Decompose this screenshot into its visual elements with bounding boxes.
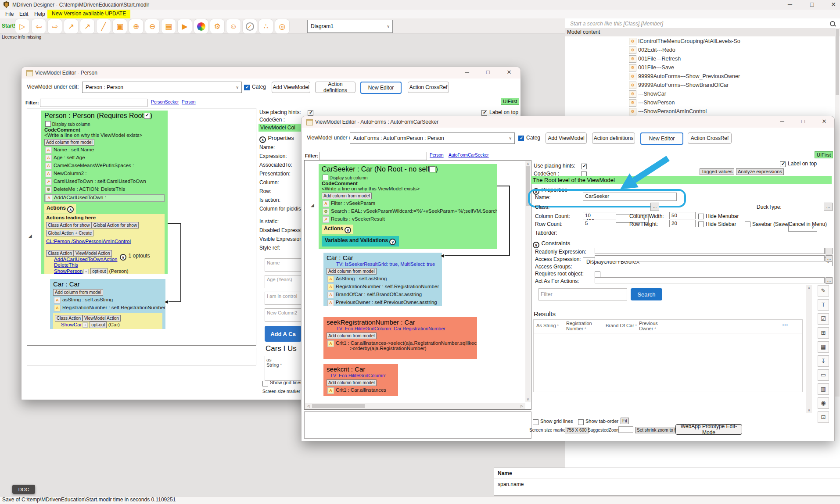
menu-edit[interactable]: Edit bbox=[19, 11, 29, 17]
field-icon[interactable]: ▭ bbox=[818, 369, 829, 381]
screen-size-value[interactable]: 758 X 600 bbox=[565, 427, 589, 433]
app-minimize-button[interactable]: ─ bbox=[783, 1, 797, 8]
form-preview-field[interactable]: New Column2 bbox=[265, 308, 302, 322]
col-brand-of-car[interactable]: Brand Of Car bbox=[606, 323, 637, 328]
model-content-item[interactable]: ⚙ 99999AutoForms---Show_PreviousOwner bbox=[629, 72, 835, 81]
autoformcarseeker-link[interactable]: AutoFormCarSeeker bbox=[449, 153, 489, 157]
column-count-input[interactable]: 10 bbox=[583, 212, 616, 219]
seek-registration-panel[interactable]: seekRegistrationNumber : Car TV: Eco.Hil… bbox=[323, 317, 477, 359]
person-viewmodel-panel[interactable]: Person : Person (Requires Root) Display … bbox=[41, 111, 168, 274]
form-preview-field[interactable]: Name bbox=[265, 258, 302, 272]
rightpanel-vscrollbar[interactable]: ∧∨ bbox=[806, 285, 812, 413]
forward-arrow-icon[interactable]: ⇨ bbox=[47, 19, 62, 34]
menu-file[interactable]: File bbox=[5, 11, 14, 17]
categ-checkbox[interactable] bbox=[518, 134, 524, 142]
class-action-for-show-button[interactable]: Class Action for show bbox=[46, 222, 92, 229]
display-sub-column-checkbox[interactable] bbox=[45, 121, 51, 127]
model-content-item[interactable]: ⚙ ---ShowCar bbox=[629, 89, 835, 98]
checkbox-icon[interactable]: ☑ bbox=[818, 313, 829, 325]
person-link[interactable]: Person bbox=[182, 100, 196, 104]
update-notice[interactable]: New Version available UPDATE bbox=[47, 10, 130, 18]
panel-icon[interactable]: ⊡ bbox=[818, 411, 829, 423]
show-grid-lines-checkbox[interactable] bbox=[262, 379, 268, 387]
validate-icon[interactable]: ✓ bbox=[242, 19, 257, 34]
suggested-zoom-input[interactable] bbox=[618, 426, 633, 433]
ducktype-browse-button[interactable]: … bbox=[824, 203, 833, 211]
class-action-button[interactable]: Class Action bbox=[46, 250, 74, 257]
viewmodel-under-edit-select[interactable]: Person : Person∨ bbox=[82, 82, 242, 93]
viewmodel-column-row[interactable]: ACamelCaseMeansWePutInSpaces : bbox=[44, 163, 165, 169]
viewmodel-column-row[interactable]: AasString : self.asString bbox=[53, 297, 162, 304]
grid-add-icon[interactable]: ⊞ bbox=[818, 327, 829, 339]
action-definitions-button[interactable]: Action definitions bbox=[315, 82, 355, 93]
fit-button[interactable]: Fit bbox=[621, 418, 629, 424]
categ-checkbox[interactable] bbox=[244, 83, 250, 91]
viewmodel-column-row[interactable]: ⚙Search : EAL: vSeekParamWildcard:='%'+v… bbox=[322, 208, 494, 215]
col-previous-owner[interactable]: Previous Owner bbox=[639, 321, 658, 331]
model-content-item[interactable]: ⚙ 99999AutoForms---ShowBrandOfCar bbox=[629, 81, 835, 89]
link-arrow-icon[interactable]: ↗ bbox=[80, 19, 95, 34]
tree-icon[interactable]: ∴ bbox=[258, 19, 273, 34]
window-run-icon[interactable]: ▶ bbox=[177, 19, 192, 34]
viewmodel-column-row[interactable]: AName : self.Name bbox=[44, 147, 165, 154]
add-column-from-model-button[interactable]: Add column from model bbox=[53, 289, 103, 296]
action-crossref-button[interactable]: Action CrossRef bbox=[688, 132, 732, 144]
minimize-button[interactable]: ─ bbox=[460, 69, 474, 75]
diagram-hscrollbar[interactable]: ◁▷ bbox=[305, 403, 525, 409]
target-icon[interactable]: ◉ bbox=[818, 397, 829, 409]
actions-section-header[interactable]: Actions ∧ bbox=[44, 204, 76, 214]
action-crossref-button[interactable]: Action CrossRef bbox=[408, 82, 449, 93]
maximize-button[interactable]: □ bbox=[481, 69, 495, 75]
expander-icon[interactable]: ◢ bbox=[311, 203, 314, 207]
properties-expander-icon[interactable]: ∧ bbox=[259, 136, 266, 143]
class-action-button[interactable]: Class Action bbox=[55, 315, 83, 322]
viewmodel-column-row[interactable]: AFilter : vSeekParam bbox=[322, 200, 494, 207]
viewmodel-column-row[interactable]: ⚙DeleteMe : ACTION: DeleteThis bbox=[44, 186, 165, 193]
association-arrow-icon[interactable]: ↗ bbox=[64, 19, 79, 34]
sunburst-icon[interactable]: ◎ bbox=[275, 19, 290, 34]
hide-sidebar-checkbox[interactable] bbox=[698, 220, 704, 228]
zoom-in-icon[interactable]: ⊕ bbox=[129, 19, 144, 34]
display-sub-column-checkbox[interactable] bbox=[323, 175, 328, 180]
rows-icon[interactable]: ▥ bbox=[818, 383, 829, 395]
col-registration-number[interactable]: Registration Number bbox=[566, 321, 592, 331]
expander-icon[interactable]: ◢ bbox=[29, 233, 32, 238]
table-icon[interactable]: ▦ bbox=[818, 341, 829, 353]
form-preview-field[interactable]: Age (Years) bbox=[265, 275, 302, 288]
zoom-out-icon[interactable]: ⊖ bbox=[145, 19, 160, 34]
constraints-expander-icon[interactable]: ∨ bbox=[533, 242, 539, 248]
add-column-from-model-button[interactable]: Add column from model bbox=[327, 268, 377, 275]
add-column-from-model-button[interactable]: Add column from model bbox=[322, 193, 372, 199]
app-maximize-button[interactable]: □ bbox=[805, 1, 818, 8]
text-icon[interactable]: T bbox=[818, 299, 829, 311]
use-placing-hints-checkbox[interactable] bbox=[581, 162, 587, 170]
viewmodel-column-row[interactable]: AAddACarIUsedToOwn : bbox=[44, 194, 165, 202]
class-browse-button[interactable]: … bbox=[650, 203, 659, 211]
person-key-icon[interactable]: ☺ bbox=[226, 19, 241, 34]
showcar-action-link[interactable]: ShowCar bbox=[61, 322, 82, 327]
results-table[interactable]: As String Registration Number Brand Of C… bbox=[533, 319, 803, 392]
viewmodel-column-row[interactable]: ABrandOfCar : self.BrandOfCar.asstring bbox=[327, 292, 439, 298]
cl-person-link[interactable]: CL:Person /ShowPersonIAmInControl bbox=[46, 239, 131, 244]
viewmodel-diagram[interactable]: ◢ CarSeeker : Car (No Root - no self) Di… bbox=[304, 160, 531, 410]
row-height-input[interactable]: 20 bbox=[669, 220, 696, 227]
model-content-item[interactable]: ⚙ 001File---Refresh bbox=[629, 54, 835, 63]
new-editor-button[interactable]: New Editor bbox=[360, 82, 402, 94]
filter-input[interactable] bbox=[319, 152, 427, 160]
viewmodel-column-row[interactable]: AAsString : self.asString bbox=[327, 276, 439, 282]
car-result-panel[interactable]: Car : Car TV: IsSeekerResultGrid: true, … bbox=[323, 253, 442, 306]
tagged-values-button[interactable]: Tagged values bbox=[700, 168, 734, 175]
maximize-button[interactable]: □ bbox=[797, 118, 810, 125]
viewmodel-column-row[interactable]: ANewColumn2 : bbox=[44, 171, 165, 177]
inspector-value[interactable]: span.name bbox=[494, 479, 840, 490]
viewmodel-under-edit-select[interactable]: AutoForms : AutoFormPerson : Person∨ bbox=[350, 132, 515, 144]
diagram-selector[interactable]: Diagram1∨ bbox=[307, 20, 393, 33]
viewmodel-action-button[interactable]: ViewModel Action bbox=[74, 250, 112, 257]
model-content-item[interactable]: ⚙ 001File---Save bbox=[629, 63, 835, 72]
model-content-item[interactable]: ⚙ ---ShowPersonIAmInControl bbox=[629, 107, 835, 116]
access-expression-input[interactable] bbox=[595, 255, 825, 261]
add-column-from-model-button[interactable]: Add column from model bbox=[44, 139, 94, 146]
seek-crit-panel[interactable]: seekcrit : Car TV: Eco.HiliteGridColumn:… bbox=[323, 364, 398, 396]
model-content-item[interactable]: ⚙ ---ShowPerson bbox=[629, 98, 835, 107]
model-search-input[interactable]: Start a search like this [Class],[Member… bbox=[565, 19, 840, 29]
